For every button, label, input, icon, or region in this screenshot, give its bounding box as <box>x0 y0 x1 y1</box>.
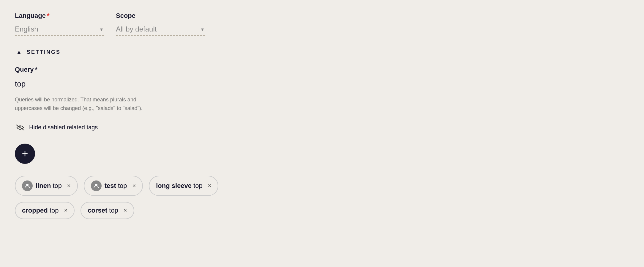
query-section: Query * Queries will be normalized. That… <box>15 66 252 113</box>
tag-avatar-linen <box>22 180 33 191</box>
tags-row: linen top × test top × long sleeve top ×… <box>15 176 252 219</box>
tag-close-linen[interactable]: × <box>67 182 71 189</box>
query-required-asterisk: * <box>35 66 38 73</box>
scope-field-group: Scope All by default ▾ <box>116 12 205 36</box>
settings-title: SETTINGS <box>27 49 61 55</box>
scope-select[interactable]: All by default <box>116 23 205 36</box>
tag-text-test: test top <box>105 182 127 190</box>
add-button-icon: + <box>22 148 28 159</box>
language-select[interactable]: English <box>15 23 104 36</box>
scope-select-wrapper[interactable]: All by default ▾ <box>116 23 205 36</box>
tag-chip-long-sleeve: long sleeve top × <box>149 176 218 196</box>
tag-chip-corset: corset top × <box>80 202 134 219</box>
language-label-text: Language <box>15 12 46 20</box>
eye-slash-icon[interactable] <box>15 122 26 133</box>
add-button[interactable]: + <box>15 144 35 164</box>
scope-label: Scope <box>116 12 205 20</box>
tag-text-corset: corset top <box>88 207 118 214</box>
settings-header: ▲ SETTINGS <box>15 48 252 56</box>
tag-close-corset[interactable]: × <box>124 207 127 214</box>
tag-text-cropped: cropped top <box>22 207 59 214</box>
field-row-language-scope: Language * English ▾ Scope All by defaul… <box>15 12 252 36</box>
tag-chip-cropped: cropped top × <box>15 202 75 219</box>
settings-collapse-icon[interactable]: ▲ <box>15 48 23 56</box>
tag-text-long-sleeve: long sleeve top <box>156 182 203 190</box>
tag-chip-linen: linen top × <box>15 176 78 196</box>
hide-tags-label: Hide disabled related tags <box>29 124 98 131</box>
query-input[interactable] <box>15 77 151 91</box>
tag-close-long-sleeve[interactable]: × <box>208 182 211 189</box>
scope-label-text: Scope <box>116 12 135 20</box>
language-select-wrapper[interactable]: English ▾ <box>15 23 104 36</box>
language-label: Language * <box>15 12 104 20</box>
query-label-text: Query <box>15 66 34 73</box>
tag-avatar-test <box>91 180 102 191</box>
tag-text-linen: linen top <box>36 182 62 190</box>
hide-tags-row: Hide disabled related tags <box>15 122 252 133</box>
tag-close-cropped[interactable]: × <box>64 207 68 214</box>
tag-chip-test: test top × <box>84 176 143 196</box>
tag-close-test[interactable]: × <box>132 182 136 189</box>
form-section: Language * English ▾ Scope All by defaul… <box>15 12 252 219</box>
query-label: Query * <box>15 66 252 73</box>
query-hint: Queries will be normalized. That means p… <box>15 95 146 113</box>
language-required-asterisk: * <box>47 12 50 20</box>
language-field-group: Language * English ▾ <box>15 12 104 36</box>
